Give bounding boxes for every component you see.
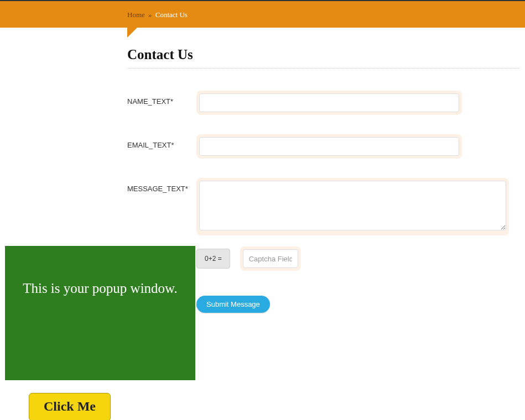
click-me-button[interactable]: Click Me: [29, 393, 111, 420]
email-label: EMAIL_TEXT*: [127, 134, 196, 149]
captcha-question: 0+2 =: [196, 249, 230, 269]
breadcrumb-home-link[interactable]: Home: [127, 11, 145, 19]
breadcrumb-separator: »: [148, 11, 152, 19]
header-bar: Home » Contact Us: [0, 1, 525, 28]
name-input[interactable]: [199, 93, 459, 112]
form-row-name: NAME_TEXT*: [127, 91, 519, 115]
form-row-email: EMAIL_TEXT*: [127, 134, 519, 159]
breadcrumb-arrow-icon: [127, 28, 137, 38]
email-input[interactable]: [199, 137, 459, 156]
popup-window: This is your popup window.: [5, 246, 195, 380]
captcha-input[interactable]: [243, 249, 298, 268]
breadcrumb-current: Contact Us: [155, 11, 188, 19]
popup-text: This is your popup window.: [12, 279, 189, 298]
name-label: NAME_TEXT*: [127, 91, 196, 106]
form-row-message: MESSAGE_TEXT*: [127, 178, 519, 235]
captcha-row: 0+2 =: [196, 246, 519, 271]
message-textarea[interactable]: [199, 181, 506, 230]
name-input-wrapper: [196, 91, 462, 115]
page-title: Contact Us: [127, 47, 519, 62]
title-underline: [127, 68, 519, 69]
breadcrumb: Home » Contact Us: [127, 11, 188, 19]
captcha-input-wrapper: [240, 246, 301, 271]
submit-button[interactable]: Submit Message: [196, 296, 270, 313]
submit-row: Submit Message: [196, 296, 519, 313]
email-input-wrapper: [196, 134, 462, 159]
message-label: MESSAGE_TEXT*: [127, 178, 196, 193]
message-input-wrapper: [196, 178, 509, 235]
